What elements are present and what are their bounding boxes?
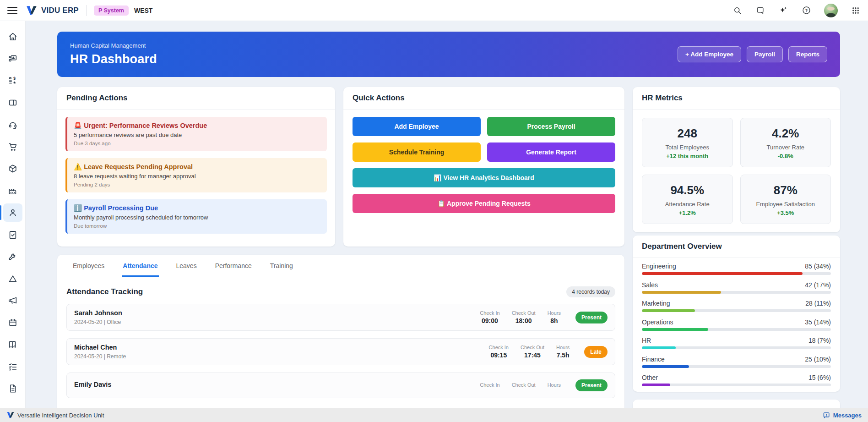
view-hr-analytics-button[interactable]: 📊 View HR Analytics Dashboard (353, 168, 615, 187)
alert-icon: 🚨 (74, 122, 82, 129)
dept-row-operations: Operations35 (14%) (642, 318, 831, 331)
sidebar-item-manufacturing[interactable] (3, 181, 22, 200)
sidebar-item-home[interactable] (3, 27, 22, 46)
schedule-training-button[interactable]: Schedule Training (353, 142, 481, 162)
alert-title: Leave Requests Pending Approval (84, 163, 193, 170)
messages-button[interactable]: Messages (823, 411, 862, 419)
sidebar-item-announcements[interactable] (3, 291, 22, 310)
dept-bar (642, 328, 831, 331)
check-in-value: 09:00 (480, 317, 499, 324)
alert-description: 8 leave requests waiting for manager app… (74, 173, 320, 180)
status-badge: Present (575, 379, 608, 391)
record-meta: 2024-05-20 | Remote (74, 353, 126, 360)
sidebar-item-projects[interactable] (3, 269, 22, 288)
user-avatar[interactable] (824, 4, 838, 17)
metric-delta: +12 this month (646, 153, 729, 159)
check-out-value: 17:45 (521, 351, 544, 359)
factory-icon (8, 186, 18, 196)
process-payroll-button[interactable]: Process Payroll (487, 117, 615, 136)
book-icon (8, 340, 18, 350)
dept-row-engineering: Engineering85 (34%) (642, 263, 831, 275)
headset-icon (8, 120, 18, 130)
quick-add-employee-button[interactable]: Add Employee (353, 117, 481, 136)
metric-delta: +1.2% (646, 209, 729, 216)
sidebar-item-inventory[interactable] (3, 159, 22, 178)
tab-employees[interactable]: Employees (72, 255, 105, 277)
main-content: Human Capital Management HR Dashboard + … (26, 21, 868, 408)
svg-text:?: ? (805, 8, 808, 13)
records-count-badge: 4 records today (566, 286, 615, 297)
dept-row-other: Other15 (6%) (642, 374, 831, 386)
home-icon (8, 32, 18, 42)
generate-report-button[interactable]: Generate Report (487, 142, 615, 162)
approve-pending-requests-button[interactable]: 📋 Approve Pending Requests (353, 194, 615, 213)
metric-label: Turnover Rate (744, 144, 827, 151)
tab-training[interactable]: Training (269, 255, 294, 277)
dept-bar (642, 365, 831, 368)
clipboard-check-icon (8, 230, 18, 240)
dept-bar (642, 272, 831, 275)
tab-performance[interactable]: Performance (214, 255, 253, 277)
sidebar-item-calendar[interactable] (3, 313, 22, 332)
document-icon (8, 384, 18, 394)
search-icon[interactable] (732, 5, 743, 16)
alert-meta: Due 3 days ago (74, 141, 320, 146)
alert-info[interactable]: ℹ️ Payroll Processing Due Monthly payrol… (65, 199, 327, 234)
message-icon (823, 411, 830, 419)
tab-attendance[interactable]: Attendance (122, 255, 158, 277)
system-badge[interactable]: P System (94, 5, 129, 16)
metric-label: Employee Satisfaction (744, 201, 827, 208)
department-overview-card: Department Overview Engineering85 (34%) … (633, 236, 840, 392)
help-icon[interactable]: ? (801, 5, 811, 16)
dept-name: Other (642, 374, 658, 381)
sidebar-item-documents[interactable] (3, 379, 22, 398)
page-title: HR Dashboard (70, 52, 157, 66)
alert-description: 5 performance reviews are past due date (74, 132, 320, 138)
sidebar-item-cards[interactable] (3, 93, 22, 112)
metric-turnover-rate: 4.2% Turnover Rate -0.8% (740, 118, 831, 167)
sidebar-item-approvals[interactable] (3, 225, 22, 244)
reports-button[interactable]: Reports (788, 46, 827, 62)
sidebar-item-tasks[interactable] (3, 357, 22, 376)
alert-title: Payroll Processing Due (84, 204, 158, 212)
check-in-value: 09:15 (489, 351, 509, 359)
metric-total-employees: 248 Total Employees +12 this month (642, 118, 733, 167)
ai-sparkle-icon[interactable] (778, 5, 788, 16)
dept-name: HR (642, 337, 651, 344)
tab-leaves[interactable]: Leaves (175, 255, 198, 277)
alert-urgent[interactable]: 🚨 Urgent: Performance Reviews Overdue 5 … (65, 117, 327, 151)
check-out-value: 18:00 (512, 317, 536, 324)
sidebar-item-hr[interactable] (3, 203, 22, 222)
sidebar-item-dashboard[interactable] (3, 49, 22, 68)
chart-board-icon (8, 54, 18, 64)
sidebar: $ (0, 21, 26, 408)
add-employee-button[interactable]: + Add Employee (678, 46, 741, 62)
tab-bar: Employees Attendance Leaves Performance … (57, 255, 624, 277)
dept-row-marketing: Marketing28 (11%) (642, 300, 831, 312)
employee-name: Sarah Johnson (74, 309, 122, 317)
dept-value: 28 (11%) (805, 300, 831, 307)
menu-icon[interactable] (7, 7, 17, 14)
dept-bar (642, 384, 831, 386)
hr-dashboard-banner: Human Capital Management HR Dashboard + … (57, 32, 840, 77)
svg-text:$: $ (13, 76, 16, 81)
pending-actions-card: Pending Actions 🚨 Urgent: Performance Re… (57, 87, 335, 247)
calendar-icon (8, 318, 18, 328)
dept-value: 15 (6%) (808, 374, 831, 381)
footer-bar: Versatile Intelligent Decision Unit Mess… (0, 408, 868, 422)
apps-grid-icon[interactable] (851, 5, 861, 16)
alert-meta: Due tomorrow (74, 223, 320, 229)
record-meta: 2024-05-20 | Office (74, 319, 122, 325)
vidu-logo-icon (26, 5, 38, 16)
status-badge: Present (575, 312, 608, 323)
brand: VIDU ERP (26, 5, 79, 16)
payroll-button[interactable]: Payroll (747, 46, 783, 62)
chat-icon[interactable] (755, 5, 765, 16)
sidebar-item-support[interactable] (3, 115, 22, 134)
sidebar-item-payroll[interactable]: $ (3, 71, 22, 90)
sidebar-item-training[interactable] (3, 335, 22, 354)
sidebar-item-tools[interactable] (3, 247, 22, 266)
sidebar-item-procurement[interactable] (3, 137, 22, 156)
card-icon (8, 98, 18, 108)
alert-warning[interactable]: ⚠️ Leave Requests Pending Approval 8 lea… (65, 158, 327, 192)
